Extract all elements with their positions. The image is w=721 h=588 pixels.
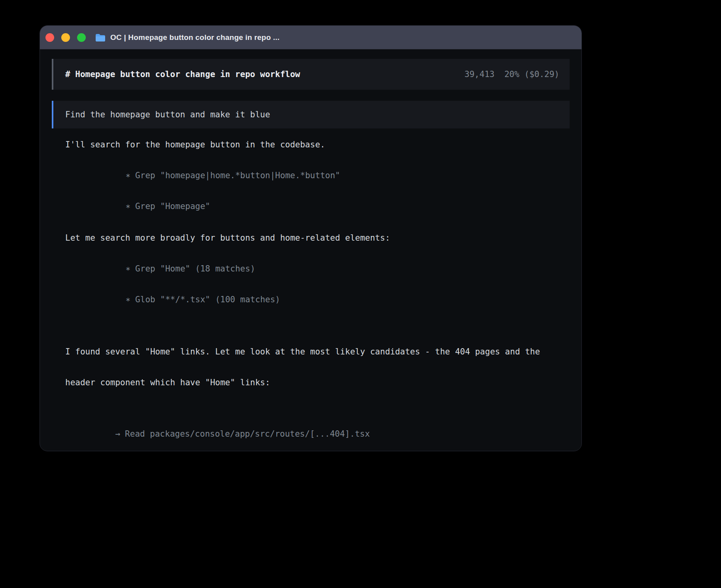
- minimize-button[interactable]: [61, 33, 70, 42]
- tool-bullet-icon: ∗: [125, 295, 130, 304]
- user-message-text: Find the homepage button and make it blu…: [65, 110, 270, 119]
- tool-bullet-icon: ∗: [125, 171, 130, 180]
- session-stats: 39,413 20% ($0.29): [464, 69, 559, 79]
- tool-call: ∗Grep "Home" (18 matches): [75, 253, 568, 284]
- tool-call-group: ∗Grep "Home" (18 matches) ∗Glob "**/*.ts…: [65, 253, 568, 315]
- tool-bullet-icon: ∗: [125, 264, 130, 273]
- window-title: OC | Homepage button color change in rep…: [110, 33, 279, 42]
- tool-call-text: Grep "Home" (18 matches): [135, 264, 255, 273]
- zoom-button[interactable]: [77, 33, 86, 42]
- conversation-flow: I'll search for the homepage button in t…: [52, 139, 570, 451]
- assistant-paragraph: I'll search for the homepage button in t…: [65, 139, 568, 150]
- titlebar[interactable]: OC | Homepage button color change in rep…: [40, 26, 581, 49]
- tool-call: ∗Glob "**/*.tsx" (100 matches): [75, 284, 568, 315]
- user-message: Find the homepage button and make it blu…: [52, 101, 570, 128]
- tool-call: ∗Grep "Homepage": [75, 191, 568, 222]
- tool-arrow-icon: →: [115, 429, 120, 439]
- tool-call-text: Read packages/console/app/src/routes/[..…: [125, 429, 370, 439]
- traffic-lights: [45, 33, 86, 42]
- desktop: { "colors": { "accent-blue": "#4d8af0", …: [0, 0, 721, 588]
- assistant-paragraph-line: header component which have "Home" links…: [65, 377, 568, 388]
- tool-call: →Read packages/console/app/src/component…: [65, 449, 568, 451]
- session-title: # Homepage button color change in repo w…: [65, 69, 300, 79]
- folder-icon: [95, 33, 106, 42]
- tool-call-group: ∗Grep "homepage|home.*button|Home.*butto…: [65, 160, 568, 222]
- tool-call: →Read packages/console/app/src/routes/[.…: [65, 418, 568, 449]
- token-count: 39,413: [464, 69, 495, 79]
- context-usage: 20% ($0.29): [504, 69, 559, 79]
- tool-call-text: Grep "Homepage": [135, 202, 210, 211]
- assistant-paragraph: I found several "Home" links. Let me loo…: [65, 326, 568, 408]
- tool-call-text: Glob "**/*.tsx" (100 matches): [135, 295, 280, 304]
- assistant-paragraph: Let me search more broadly for buttons a…: [65, 233, 568, 243]
- tool-call: ∗Grep "homepage|home.*button|Home.*butto…: [75, 160, 568, 191]
- close-button[interactable]: [45, 33, 54, 42]
- assistant-paragraph-line: I found several "Home" links. Let me loo…: [65, 347, 568, 357]
- tool-call-group: →Read packages/console/app/src/routes/[.…: [65, 418, 568, 451]
- terminal-window: OC | Homepage button color change in rep…: [40, 25, 582, 451]
- session-header: # Homepage button color change in repo w…: [52, 59, 570, 90]
- tool-call-text: Grep "homepage|home.*button|Home.*button…: [135, 171, 340, 180]
- terminal-content: # Homepage button color change in repo w…: [40, 49, 581, 451]
- tool-bullet-icon: ∗: [125, 202, 130, 211]
